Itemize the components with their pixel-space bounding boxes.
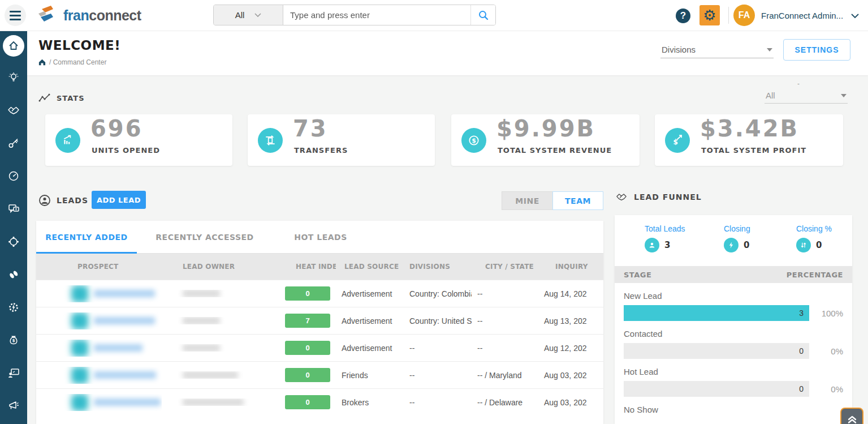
user-menu-chevron-icon[interactable] [851, 14, 859, 19]
column-header-heat-index: HEAT INDEX [274, 263, 336, 271]
sidebar-item-suppliers[interactable] [0, 261, 27, 288]
sort-arrows-icon [796, 238, 811, 252]
breadcrumb-home-icon[interactable] [38, 59, 46, 66]
franconnect-logo: franconnect [34, 5, 141, 26]
stage-column-header: STAGE [624, 271, 651, 279]
table-row[interactable]: 0 Friends -- -- / Maryland Aug 03, 202 [36, 361, 603, 388]
city-state-cell: -- / Delaware [472, 398, 542, 407]
admin-settings-button[interactable]: ⚙ [699, 5, 720, 25]
city-state-cell: -- [472, 344, 542, 353]
lead-source-cell: Advertisement [336, 344, 404, 353]
stat-label: TRANSFERS [294, 146, 348, 155]
stage-table-header: STAGE PERCENTAGE [615, 266, 852, 283]
lead-funnel-section-label: LEAD FUNNEL [615, 192, 702, 202]
sidebar-item-opener[interactable] [0, 64, 27, 91]
double-chevron-up-icon [847, 414, 858, 424]
franconnect-logo-text: franconnect [63, 7, 141, 24]
help-icon[interactable]: ? [676, 8, 690, 23]
dollar-growth-icon: $ [665, 128, 690, 153]
lightning-icon [724, 238, 739, 252]
sidebar-item-home[interactable] [0, 32, 27, 59]
gear-bolt-icon [8, 302, 19, 313]
stat-card-total-profit: $ $3.42B TOTAL SYSTEM PROFIT [655, 114, 843, 166]
dollar-coin-icon: $ [461, 128, 486, 153]
hamburger-menu-icon[interactable] [5, 5, 26, 26]
sidebar-item-operations[interactable] [0, 294, 27, 321]
stage-count: 0 [799, 381, 804, 397]
city-state-cell: -- [472, 316, 542, 326]
stage-count: 0 [799, 343, 804, 359]
table-row[interactable]: 0 Brokers -- -- / Delaware Aug 03, 202 [36, 388, 603, 416]
funnel-closing-pct: Closing % 0 [796, 224, 852, 266]
sidebar-item-community[interactable] [0, 228, 27, 255]
tab-recently-added[interactable]: RECENTLY ADDED [36, 221, 137, 253]
sidebar-item-messages[interactable] [0, 195, 27, 222]
funnel-summary: Total Leads 3 Closing 0 Closin [615, 215, 852, 266]
user-avatar[interactable]: FA [733, 5, 755, 26]
divisions-select[interactable]: Divisions [660, 41, 774, 58]
column-header-lead-source: LEAD SOURCE [336, 263, 404, 271]
search-icon [478, 10, 489, 21]
closing-link[interactable]: Closing [724, 224, 796, 233]
prospect-name-blurred [94, 399, 161, 406]
tab-hot-leads[interactable]: HOT LEADS [273, 221, 369, 253]
stat-card-transfers: 73 TRANSFERS [248, 114, 435, 166]
table-row[interactable]: 0 Advertisement -- -- Aug 12, 202 [36, 334, 603, 361]
prospect-avatar-blurred [71, 340, 88, 357]
building-growth-icon [55, 128, 80, 153]
chevron-down-icon [767, 48, 772, 52]
toggle-mine[interactable]: MINE [502, 191, 552, 210]
sidebar-item-sales[interactable] [0, 97, 27, 124]
search-scope-select[interactable]: All [214, 5, 283, 25]
sidebar-item-finance[interactable]: $ [0, 327, 27, 354]
sidebar-item-access[interactable] [0, 130, 27, 157]
table-row[interactable]: 7 Advertisement Country: United States -… [36, 307, 603, 334]
settings-button[interactable]: SETTINGS [783, 39, 850, 61]
stage-count: 3 [799, 305, 804, 321]
trend-line-icon [38, 93, 51, 102]
user-name[interactable]: FranConnect Admin... [761, 11, 843, 20]
stat-label: TOTAL SYSTEM PROFIT [701, 146, 806, 155]
closing-pct-link[interactable]: Closing % [796, 224, 852, 233]
gear-icon: ⚙ [703, 8, 716, 23]
column-header-city-state: CITY / STATE [472, 263, 542, 271]
breadcrumb: / Command Center [38, 58, 106, 66]
chevron-down-icon [841, 94, 847, 97]
prospect-name-blurred [94, 344, 142, 352]
lead-owner-blurred [183, 344, 220, 352]
heat-index-badge: 0 [285, 368, 330, 382]
franconnect-logo-mark [34, 5, 59, 26]
tab-recently-accessed[interactable]: RECENTLY ACCESSED [137, 221, 273, 253]
sidebar-item-marketing[interactable] [0, 392, 27, 419]
stat-value: $3.42B [700, 115, 799, 142]
sidebar-item-performance[interactable] [0, 162, 27, 190]
stats-filter-select[interactable]: All [765, 88, 848, 104]
handshake-icon [7, 105, 20, 116]
column-header-prospect: PROSPECT [55, 263, 162, 271]
sidebar-item-training[interactable] [0, 359, 27, 387]
stat-card-total-revenue: $ $9.99B TOTAL SYSTEM REVENUE [451, 114, 640, 166]
stage-percent: 100% [809, 309, 852, 318]
scroll-to-top-button[interactable] [840, 408, 863, 424]
search-input[interactable] [283, 5, 470, 25]
city-state-cell: -- [472, 289, 542, 298]
total-leads-link[interactable]: Total Leads [645, 224, 724, 233]
table-row[interactable]: 0 Advertisement Country: Colombia -- Aug… [36, 280, 603, 307]
prospect-avatar-blurred [71, 394, 88, 411]
search-button[interactable] [470, 5, 495, 25]
money-bag-icon: $ [8, 335, 19, 346]
prospect-name-blurred [94, 371, 156, 379]
heat-index-badge: 0 [285, 341, 330, 355]
inquiry-date-cell: Aug 03, 202 [542, 371, 603, 380]
home-icon [3, 35, 24, 57]
toggle-team[interactable]: TEAM [552, 191, 603, 210]
divider [728, 7, 729, 24]
stats-section-label: STATS [38, 93, 85, 102]
total-leads-value: 3 [664, 240, 670, 250]
stage-percent: 0% [809, 346, 852, 356]
add-lead-button[interactable]: ADD LEAD [92, 191, 146, 209]
global-search: All [213, 5, 496, 25]
city-state-cell: -- / Maryland [472, 371, 542, 380]
stats-filter-hint: - [797, 80, 800, 88]
divisions-cell: -- [404, 371, 472, 380]
